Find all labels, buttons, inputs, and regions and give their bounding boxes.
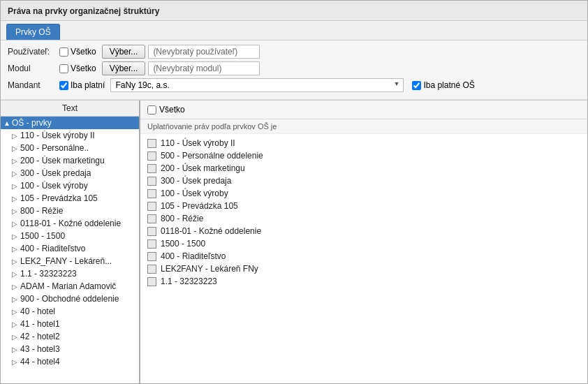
tree-item[interactable]: ▷1.1 - 32323223: [1, 267, 139, 280]
right-item-label: 1500 - 1500: [161, 239, 205, 249]
tree-arrow-icon: ▷: [12, 320, 20, 328]
tree-item[interactable]: ▷200 - Úsek marketingu: [1, 154, 139, 167]
right-item-checkbox[interactable]: [147, 214, 156, 223]
mandant-iba-platni-checkbox[interactable]: [59, 81, 68, 90]
tree-item-label: 100 - Úsek výroby: [20, 181, 88, 191]
right-list-item[interactable]: 300 - Úsek predaja: [140, 175, 587, 187]
module-row: Modul Všetko Výber... (Nevybratý modul): [8, 61, 580, 75]
tree-item[interactable]: ▷LEK2_FANY - Lekáreň...: [1, 255, 139, 267]
right-item-checkbox[interactable]: [147, 152, 156, 161]
module-value-display: (Nevybratý modul): [148, 61, 260, 75]
title-bar: Práva na prvky organizačnej štruktúry: [1, 1, 587, 21]
tree-arrow-icon: ▷: [12, 220, 20, 228]
tree-arrow-icon: ▷: [12, 258, 20, 265]
mandant-select[interactable]: FaNy 19c, a.s.: [110, 78, 404, 92]
tree-arrow-icon: ▷: [12, 245, 20, 253]
tree-item[interactable]: ▷100 - Úsek výroby: [1, 179, 139, 192]
all-checkbox-wrap: Všetko: [147, 105, 185, 115]
mandant-select-wrapper: FaNy 19c, a.s.: [110, 78, 404, 92]
tree-item[interactable]: ▷300 - Úsek predaja: [1, 167, 139, 179]
mandant-iba-platni-label: Iba platní: [71, 80, 105, 90]
tree-arrow-icon: ▷: [12, 195, 20, 202]
module-select-button[interactable]: Výber...: [102, 61, 146, 75]
right-list-item[interactable]: 0118-01 - Kožné oddelenie: [140, 225, 587, 237]
window-title: Práva na prvky organizačnej štruktúry: [8, 6, 159, 16]
right-list-item[interactable]: 105 - Prevádzka 105: [140, 200, 587, 212]
tree-arrow-icon: ▷: [12, 358, 20, 366]
tree-item[interactable]: ▷43 - hotel3: [1, 343, 139, 355]
right-item-label: 100 - Úsek výroby: [161, 189, 228, 198]
user-all-checkbox[interactable]: [59, 47, 68, 57]
tree-item[interactable]: ▷105 - Prevádzka 105: [1, 192, 139, 205]
tree-item[interactable]: ▷44 - hotel4: [1, 355, 139, 368]
right-item-checkbox[interactable]: [147, 277, 156, 286]
tree-item-label: ADAM - Marian Adamovič: [20, 281, 116, 291]
iba-platne-os-checkbox[interactable]: [412, 81, 421, 90]
form-area: Používateľ: Všetko Výber... (Nevybratý p…: [1, 40, 587, 100]
right-list-item[interactable]: 1.1 - 32323223: [140, 275, 587, 288]
mandant-row: Mandant Iba platní FaNy 19c, a.s. Iba pl…: [8, 78, 580, 92]
right-item-label: 200 - Úsek marketingu: [161, 163, 245, 173]
tree-area[interactable]: ▲OŠ - prvky▷110 - Úsek výroby II▷500 - P…: [1, 117, 139, 383]
tab-prvky-os[interactable]: Prvky OŠ: [6, 24, 60, 40]
right-item-checkbox[interactable]: [147, 227, 156, 236]
right-item-label: 300 - Úsek predaja: [161, 176, 231, 186]
tree-item-label: 400 - Riaditeľstvo: [20, 244, 86, 253]
tree-item[interactable]: ▷0118-01 - Kožné oddelenie: [1, 217, 139, 230]
right-list-item[interactable]: 200 - Úsek marketingu: [140, 162, 587, 175]
tree-item[interactable]: ▷900 - Obchodné oddelenie: [1, 293, 139, 305]
tree-item[interactable]: ▷110 - Úsek výroby II: [1, 129, 139, 142]
right-list-item[interactable]: 500 - Personálne oddelenie: [140, 149, 587, 162]
user-all-checkbox-wrap: Všetko: [59, 47, 96, 57]
right-item-checkbox[interactable]: [147, 177, 156, 186]
tree-item[interactable]: ▷800 - Réžie: [1, 205, 139, 217]
right-item-checkbox[interactable]: [147, 164, 156, 173]
right-list-item[interactable]: 110 - Úsek výroby II: [140, 137, 587, 149]
right-list-item[interactable]: 1500 - 1500: [140, 237, 587, 250]
right-list-item[interactable]: 400 - Riaditeľstvo: [140, 250, 587, 263]
right-item-checkbox[interactable]: [147, 239, 156, 249]
tree-item[interactable]: ▷500 - Personálne..: [1, 142, 139, 154]
right-item-checkbox[interactable]: [147, 189, 156, 198]
module-all-checkbox[interactable]: [59, 64, 68, 73]
tree-item-label: 0118-01 - Kožné oddelenie: [20, 219, 121, 228]
right-item-label: 1.1 - 32323223: [161, 276, 217, 286]
right-note: Uplatňovanie práv podľa prvkov OŠ je: [140, 119, 587, 134]
right-top-bar: Všetko: [140, 101, 587, 119]
all-checkbox[interactable]: [147, 105, 156, 115]
user-value-display: (Nevybratý používateľ): [148, 45, 260, 59]
right-item-checkbox[interactable]: [147, 202, 156, 211]
right-list-item[interactable]: 100 - Úsek výroby: [140, 187, 587, 200]
tree-item[interactable]: ▷1500 - 1500: [1, 230, 139, 242]
tree-item[interactable]: ▷42 - hotel2: [1, 330, 139, 343]
right-item-label: 0118-01 - Kožné oddelenie: [161, 226, 261, 236]
iba-platne-os-wrap: Iba platné OŠ: [412, 80, 474, 90]
tree-arrow-icon: ▷: [12, 333, 20, 341]
right-item-checkbox[interactable]: [147, 139, 156, 148]
tree-item[interactable]: ▷ADAM - Marian Adamovič: [1, 280, 139, 293]
tree-item-label: 1.1 - 32323223: [20, 269, 77, 279]
mandant-label: Mandant: [8, 80, 57, 90]
right-item-label: 500 - Personálne oddelenie: [161, 151, 263, 161]
tree-arrow-icon: ▷: [12, 182, 20, 190]
tree-item-label: 800 - Réžie: [20, 206, 63, 216]
user-select-button[interactable]: Výber...: [102, 45, 146, 59]
tree-item[interactable]: ▲OŠ - prvky: [1, 117, 139, 129]
tree-item[interactable]: ▷40 - hotel: [1, 305, 139, 318]
tree-item[interactable]: ▷400 - Riaditeľstvo: [1, 242, 139, 255]
right-list-item[interactable]: 800 - Réžie: [140, 212, 587, 225]
tree-arrow-icon: ▷: [12, 270, 20, 278]
right-panel: Všetko Uplatňovanie práv podľa prvkov OŠ…: [140, 101, 587, 383]
right-list-item[interactable]: LEK2FANY - Lekáreň FNy: [140, 263, 587, 275]
right-item-checkbox[interactable]: [147, 252, 156, 261]
tree-item-label: 500 - Personálne..: [20, 143, 89, 153]
user-all-label: Všetko: [71, 47, 96, 57]
tree-item-label: 40 - hotel: [20, 307, 55, 316]
user-label: Používateľ:: [8, 47, 57, 57]
tree-arrow-icon: ▷: [12, 308, 20, 316]
tree-item[interactable]: ▷41 - hotel1: [1, 318, 139, 330]
right-item-checkbox[interactable]: [147, 265, 156, 274]
content-area: Text ▲OŠ - prvky▷110 - Úsek výroby II▷50…: [1, 100, 587, 383]
right-item-label: 110 - Úsek výroby II: [161, 138, 235, 148]
module-all-label: Všetko: [71, 64, 96, 73]
